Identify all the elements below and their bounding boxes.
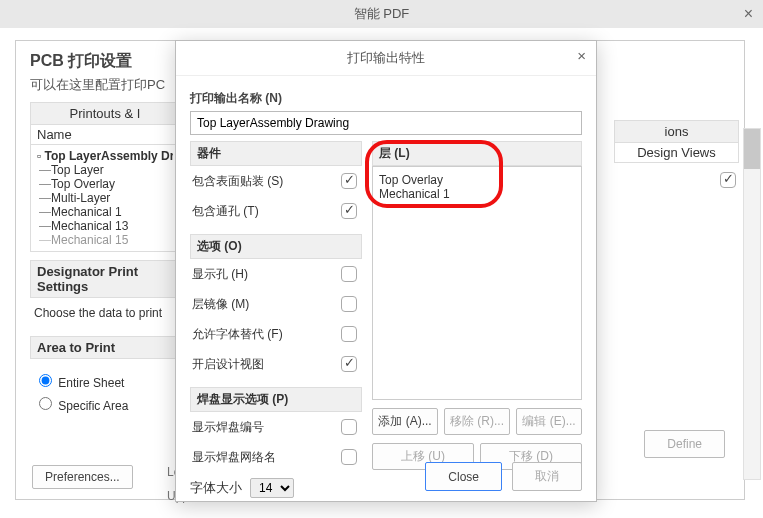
titlebar: 智能 PDF × (0, 0, 763, 28)
main-window: 智能 PDF × PCB 打印设置 可以在这里配置打印PC Printouts … (0, 0, 763, 518)
padnum-label: 显示焊盘编号 (192, 419, 264, 436)
fontsize-label: 字体大小 (190, 479, 242, 497)
area-radios: Entire Sheet Specific Area (30, 359, 180, 425)
design-views-checkbox[interactable] (720, 172, 736, 188)
ions-header: ions (614, 120, 739, 143)
padnum-checkbox[interactable] (341, 419, 357, 435)
printouts-header: Printouts & I (30, 102, 180, 125)
components-group-header: 器件 (190, 141, 362, 166)
printout-properties-dialog: 打印输出特性 × 打印输出名称 (N) 器件 包含表面贴装 (S) 包含通孔 (… (175, 40, 597, 502)
remove-layer-button[interactable]: 移除 (R)... (444, 408, 510, 435)
padnet-checkbox[interactable] (341, 449, 357, 465)
design-views-column: ions Design Views (614, 120, 739, 191)
output-name-input[interactable] (190, 111, 582, 135)
options-group-header: 选项 (O) (190, 234, 362, 259)
close-button[interactable]: Close (425, 462, 502, 491)
entire-sheet-radio[interactable]: Entire Sheet (34, 371, 176, 390)
designator-header: Designator Print Settings (30, 260, 180, 298)
preferences-button[interactable]: Preferences... (32, 465, 133, 489)
dialog-title: 打印输出特性 (176, 41, 596, 76)
layers-listbox[interactable]: Top Overlay Mechanical 1 (372, 166, 582, 400)
designator-text: Choose the data to print (30, 298, 180, 328)
define-button[interactable]: Define (644, 430, 725, 458)
tree-item[interactable]: Mechanical 1 (37, 205, 173, 219)
tree-item[interactable]: Top Overlay (37, 177, 173, 191)
specific-area-radio[interactable]: Specific Area (34, 394, 176, 413)
vertical-scrollbar[interactable] (743, 128, 761, 480)
designview-label: 开启设计视图 (192, 356, 264, 373)
scrollbar-thumb[interactable] (744, 129, 760, 169)
output-name-label: 打印输出名称 (N) (190, 90, 582, 107)
pad-group-header: 焊盘显示选项 (P) (190, 387, 362, 412)
holes-label: 显示孔 (H) (192, 266, 248, 283)
smd-label: 包含表面贴装 (S) (192, 173, 283, 190)
layer-tree[interactable]: ▫ Top LayerAssembly Dra Top Layer Top Ov… (30, 145, 180, 252)
holes-checkbox[interactable] (341, 266, 357, 282)
padnet-label: 显示焊盘网络名 (192, 449, 276, 466)
dialog-close-icon[interactable]: × (577, 47, 586, 64)
fontsub-checkbox[interactable] (341, 326, 357, 342)
designview-checkbox[interactable] (341, 356, 357, 372)
area-header: Area to Print (30, 336, 180, 359)
add-layer-button[interactable]: 添加 (A)... (372, 408, 438, 435)
tree-item[interactable]: Multi-Layer (37, 191, 173, 205)
mirror-checkbox[interactable] (341, 296, 357, 312)
window-title: 智能 PDF (354, 6, 410, 21)
mirror-label: 层镜像 (M) (192, 296, 249, 313)
th-label: 包含通孔 (T) (192, 203, 259, 220)
layer-item[interactable]: Mechanical 1 (379, 187, 575, 201)
tree-root: ▫ Top LayerAssembly Dra (37, 149, 173, 163)
window-close-icon[interactable]: × (744, 0, 753, 28)
name-column-header: Name (30, 125, 180, 145)
smd-checkbox[interactable] (341, 173, 357, 189)
fontsub-label: 允许字体替代 (F) (192, 326, 283, 343)
design-views-label: Design Views (614, 143, 739, 163)
tree-item[interactable]: Top Layer (37, 163, 173, 177)
layers-group-header: 层 (L) (372, 141, 582, 166)
cancel-button[interactable]: 取消 (512, 462, 582, 491)
edit-layer-button[interactable]: 编辑 (E)... (516, 408, 582, 435)
layer-item[interactable]: Top Overlay (379, 173, 575, 187)
tree-item[interactable]: Mechanical 15 (37, 233, 173, 247)
fontsize-select[interactable]: 14 (250, 478, 294, 498)
tree-item[interactable]: Mechanical 13 (37, 219, 173, 233)
th-checkbox[interactable] (341, 203, 357, 219)
